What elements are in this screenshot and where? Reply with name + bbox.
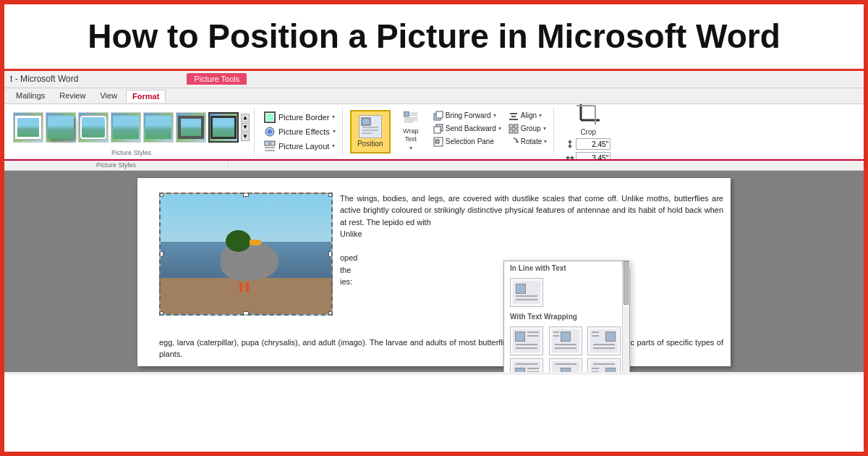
doc-text-bottom: egg, larva (caterpillar), pupa (chrysali… bbox=[159, 337, 723, 360]
style-thumb-4[interactable] bbox=[111, 112, 141, 143]
wrap-tl-line4 bbox=[516, 347, 537, 349]
wrap-tr-line1 bbox=[592, 332, 599, 333]
picture-styles-row: ▲ ▼ ▼ bbox=[13, 107, 250, 148]
group-icon bbox=[509, 124, 519, 134]
duck-image-inner bbox=[161, 194, 331, 314]
svg-rect-29 bbox=[509, 130, 513, 133]
outer-frame: How to Position a Picture in Microsoft W… bbox=[0, 0, 868, 456]
svg-rect-15 bbox=[404, 117, 417, 118]
inline-options bbox=[504, 275, 629, 310]
svg-rect-21 bbox=[434, 127, 441, 133]
tab-review[interactable]: Review bbox=[54, 90, 91, 101]
wrap-tc-line3 bbox=[555, 344, 576, 345]
ribbon: ▲ ▼ ▼ Picture Styles Picture Border ▾ bbox=[4, 104, 864, 161]
picture-border-btn[interactable]: Picture Border ▾ bbox=[262, 111, 338, 124]
effects-dropdown-arrow: ▾ bbox=[333, 128, 336, 135]
duck-legs bbox=[236, 282, 258, 292]
title-bar-text: t - Microsoft Word bbox=[10, 74, 78, 84]
tab-view[interactable]: View bbox=[94, 90, 123, 101]
rotate-btn[interactable]: Rotate ▾ bbox=[506, 136, 549, 148]
svg-marker-38 bbox=[568, 145, 572, 148]
style-thumb-6[interactable] bbox=[176, 112, 206, 143]
wrap-tl-line1 bbox=[527, 332, 539, 333]
group-btn[interactable]: Group ▾ bbox=[506, 123, 549, 135]
style-thumb-2[interactable] bbox=[46, 112, 76, 143]
svg-rect-16 bbox=[404, 119, 417, 120]
picture-effects-btn[interactable]: Picture Effects ▾ bbox=[262, 125, 338, 138]
svg-rect-24 bbox=[510, 113, 517, 114]
bring-forward-btn[interactable]: Bring Forward ▾ bbox=[431, 110, 503, 122]
document-area: The wings, bodies, and legs, are covered… bbox=[4, 171, 864, 372]
handle-bot-right[interactable] bbox=[328, 311, 333, 316]
svg-rect-27 bbox=[509, 124, 513, 128]
styles-scroll-down[interactable]: ▼ bbox=[241, 123, 250, 132]
crop-button[interactable]: Crop bbox=[571, 104, 605, 138]
position-label: Position bbox=[357, 140, 383, 148]
rotate-icon bbox=[509, 137, 519, 147]
handle-top-left[interactable] bbox=[159, 193, 163, 197]
pos-option-inline[interactable] bbox=[510, 278, 543, 307]
style-thumb-1[interactable] bbox=[13, 112, 43, 143]
align-btn[interactable]: Align ▾ bbox=[506, 110, 549, 122]
handle-bot-left[interactable] bbox=[159, 311, 163, 316]
dropdown-scrollbar[interactable]: ▲ ▼ bbox=[622, 261, 629, 372]
effects-icon bbox=[264, 126, 276, 138]
svg-rect-6 bbox=[265, 147, 275, 148]
svg-rect-30 bbox=[514, 130, 518, 133]
tab-format[interactable]: Format bbox=[126, 90, 166, 102]
width-input[interactable] bbox=[576, 152, 610, 161]
svg-rect-11 bbox=[362, 132, 373, 134]
pos-wrap-mr[interactable] bbox=[587, 358, 621, 372]
style-thumb-5[interactable] bbox=[143, 112, 174, 143]
group-label: Group bbox=[521, 124, 541, 132]
position-button[interactable]: Position bbox=[350, 110, 391, 153]
tab-mailings[interactable]: Mailings bbox=[10, 90, 51, 101]
wrap-tr-line2 bbox=[592, 335, 599, 337]
pos-wrap-tr[interactable] bbox=[587, 326, 621, 355]
ribbon-tabs: Mailings Review View Format bbox=[4, 88, 864, 104]
selection-pane-label: Selection Pane bbox=[446, 138, 494, 145]
handle-top-mid[interactable] bbox=[243, 193, 249, 197]
handle-bot-mid[interactable] bbox=[243, 311, 249, 316]
pos-wrap-ml[interactable] bbox=[510, 358, 543, 372]
pos-wrap-tl[interactable] bbox=[510, 326, 543, 355]
pos-wrap-tc[interactable] bbox=[549, 326, 582, 355]
wrap-ml-line2 bbox=[527, 368, 539, 369]
svg-rect-4 bbox=[265, 141, 269, 145]
wrap-dropdown-arrow: ▾ bbox=[409, 145, 412, 151]
picture-border-label: Picture Border bbox=[278, 113, 329, 122]
wrap-tr-icon bbox=[590, 329, 618, 352]
wrap-mc-icon bbox=[552, 361, 579, 372]
scrollbar-thumb[interactable] bbox=[624, 261, 629, 305]
doc-text-content: The wings, bodies, and legs, are covered… bbox=[340, 194, 723, 227]
width-row bbox=[566, 152, 610, 161]
picture-tools-tab: Picture Tools bbox=[187, 73, 247, 85]
style-thumb-3[interactable] bbox=[78, 112, 109, 143]
duck-image[interactable] bbox=[159, 193, 333, 316]
svg-rect-5 bbox=[271, 141, 275, 145]
wrap-ml-line1 bbox=[516, 363, 537, 365]
svg-rect-28 bbox=[514, 124, 518, 128]
styles-scroll-up[interactable]: ▲ bbox=[241, 114, 250, 122]
styles-scroll[interactable]: ▲ ▼ ▼ bbox=[241, 114, 250, 141]
style-thumb-7[interactable] bbox=[208, 112, 239, 143]
group-arrow: ▾ bbox=[543, 125, 546, 132]
section-labels-row: Picture Styles bbox=[4, 161, 864, 171]
selection-pane-btn[interactable]: Selection Pane bbox=[431, 136, 503, 148]
size-section bbox=[563, 138, 613, 161]
wrap-mc-img bbox=[561, 368, 571, 372]
doc-text-bottom-content: egg, larva (caterpillar), pupa (chrysali… bbox=[159, 338, 723, 359]
svg-rect-25 bbox=[511, 116, 516, 117]
handle-mid-right[interactable] bbox=[328, 251, 333, 257]
wrap-text-button[interactable]: WrapText ▾ bbox=[393, 110, 428, 152]
svg-rect-9 bbox=[362, 127, 378, 128]
svg-rect-13 bbox=[409, 113, 417, 114]
pos-wrap-mc[interactable] bbox=[549, 358, 582, 372]
wrap-ml-img bbox=[515, 368, 525, 372]
send-backward-btn[interactable]: Send Backward ▾ bbox=[431, 123, 503, 135]
picture-layout-btn[interactable]: Picture Layout ▾ bbox=[262, 140, 338, 153]
styles-dropdown[interactable]: ▼ bbox=[241, 132, 250, 141]
height-input[interactable] bbox=[576, 138, 610, 150]
handle-top-right[interactable] bbox=[328, 193, 333, 197]
handle-mid-left[interactable] bbox=[159, 251, 163, 257]
